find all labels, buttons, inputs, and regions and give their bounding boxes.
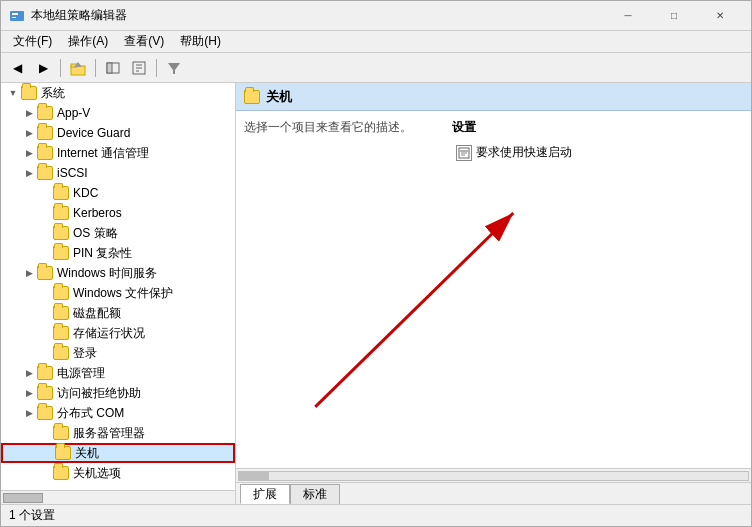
folder-icon-win-protect <box>53 286 69 300</box>
right-h-scrollbar[interactable] <box>236 468 751 482</box>
right-tabs: 扩展 标准 <box>236 482 751 504</box>
tree-label-win-protect: Windows 文件保护 <box>73 285 173 302</box>
tree-item-pin-complex[interactable]: ▶ PIN 复杂性 <box>1 243 235 263</box>
folder-icon-shutdown-opts <box>53 466 69 480</box>
expand-appv[interactable]: ▶ <box>21 105 37 121</box>
properties-button[interactable] <box>127 56 151 80</box>
folder-icon-system <box>21 86 37 100</box>
right-panel-content: 选择一个项目来查看它的描述。 设置 要求使用快速 <box>236 111 751 468</box>
folder-icon-header <box>244 90 260 104</box>
folder-icon-device-guard <box>37 126 53 140</box>
tree-item-kerberos[interactable]: ▶ Kerberos <box>1 203 235 223</box>
folder-icon-shutdown <box>55 446 71 460</box>
menu-view[interactable]: 查看(V) <box>116 31 172 52</box>
up-button[interactable] <box>66 56 90 80</box>
titlebar-buttons: ─ □ ✕ <box>605 1 743 31</box>
tree-item-kdc[interactable]: ▶ KDC <box>1 183 235 203</box>
tab-extended[interactable]: 扩展 <box>240 484 290 504</box>
right-panel-description: 选择一个项目来查看它的描述。 <box>244 119 412 460</box>
forward-button[interactable]: ▶ <box>31 56 55 80</box>
folder-icon-server-mgr <box>53 426 69 440</box>
expand-iscsi[interactable]: ▶ <box>21 165 37 181</box>
expand-win-time[interactable]: ▶ <box>21 265 37 281</box>
minimize-button[interactable]: ─ <box>605 1 651 31</box>
show-hide-button[interactable] <box>101 56 125 80</box>
folder-icon-access-denied <box>37 386 53 400</box>
tree-item-dist-com[interactable]: ▶ 分布式 COM <box>1 403 235 423</box>
folder-icon-dist-com <box>37 406 53 420</box>
right-panel-title: 关机 <box>266 88 292 106</box>
close-button[interactable]: ✕ <box>697 1 743 31</box>
tree-item-win-time[interactable]: ▶ Windows 时间服务 <box>1 263 235 283</box>
tree-item-win-protect[interactable]: ▶ Windows 文件保护 <box>1 283 235 303</box>
right-panel-settings: 设置 要求使用快速启动 <box>452 119 743 460</box>
settings-item-icon-fast-boot <box>456 145 472 161</box>
tree-label-device-guard: Device Guard <box>57 126 130 140</box>
tree-item-appv[interactable]: ▶ App-V <box>1 103 235 123</box>
tree-item-iscsi[interactable]: ▶ iSCSI <box>1 163 235 183</box>
tree-item-shutdown[interactable]: ▶ 关机 <box>1 443 235 463</box>
maximize-button[interactable]: □ <box>651 1 697 31</box>
tree-item-server-mgr[interactable]: ▶ 服务器管理器 <box>1 423 235 443</box>
toolbar-separator-3 <box>156 59 157 77</box>
tree-label-shutdown-opts: 关机选项 <box>73 465 121 482</box>
tree-label-kdc: KDC <box>73 186 98 200</box>
tree-label-pin-complex: PIN 复杂性 <box>73 245 132 262</box>
back-button[interactable]: ◀ <box>5 56 29 80</box>
tree-item-shutdown-opts[interactable]: ▶ 关机选项 <box>1 463 235 483</box>
tree-item-internet-mgmt[interactable]: ▶ Internet 通信管理 <box>1 143 235 163</box>
tree-container[interactable]: ▼ 系统 ▶ App-V ▶ Device Guard <box>1 83 235 490</box>
toolbar: ◀ ▶ <box>1 53 751 83</box>
svg-rect-2 <box>12 17 16 18</box>
folder-icon-login <box>53 346 69 360</box>
tree-item-power-mgmt[interactable]: ▶ 电源管理 <box>1 363 235 383</box>
expand-power-mgmt[interactable]: ▶ <box>21 365 37 381</box>
tree-label-win-time: Windows 时间服务 <box>57 265 157 282</box>
menu-action[interactable]: 操作(A) <box>60 31 116 52</box>
settings-item-label-fast-boot: 要求使用快速启动 <box>476 144 572 161</box>
folder-icon-internet-mgmt <box>37 146 53 160</box>
tree-label-server-mgr: 服务器管理器 <box>73 425 145 442</box>
expand-dist-com[interactable]: ▶ <box>21 405 37 421</box>
toolbar-separator-2 <box>95 59 96 77</box>
menu-file[interactable]: 文件(F) <box>5 31 60 52</box>
left-panel: ▼ 系统 ▶ App-V ▶ Device Guard <box>1 83 236 504</box>
svg-marker-12 <box>168 63 180 74</box>
tree-label-shutdown: 关机 <box>75 445 99 462</box>
right-panel-header: 关机 <box>236 83 751 111</box>
expand-system[interactable]: ▼ <box>5 85 21 101</box>
tree-label-disk-alloc: 磁盘配额 <box>73 305 121 322</box>
menu-help[interactable]: 帮助(H) <box>172 31 229 52</box>
window-icon <box>9 8 25 24</box>
window-title: 本地组策略编辑器 <box>31 7 605 24</box>
tree-item-os-policy[interactable]: ▶ OS 策略 <box>1 223 235 243</box>
filter-button[interactable] <box>162 56 186 80</box>
right-scroll-track[interactable] <box>238 471 749 481</box>
tree-item-login[interactable]: ▶ 登录 <box>1 343 235 363</box>
right-scroll-grip[interactable] <box>239 472 269 480</box>
tree-item-access-denied[interactable]: ▶ 访问被拒绝协助 <box>1 383 235 403</box>
left-scroll-thumb[interactable] <box>3 493 43 503</box>
tree-item-device-guard[interactable]: ▶ Device Guard <box>1 123 235 143</box>
folder-icon-disk-alloc <box>53 306 69 320</box>
expand-internet-mgmt[interactable]: ▶ <box>21 145 37 161</box>
main-area: ▼ 系统 ▶ App-V ▶ Device Guard <box>1 83 751 504</box>
settings-item-fast-boot[interactable]: 要求使用快速启动 <box>452 142 743 163</box>
tree-item-storage-status[interactable]: ▶ 存储运行状况 <box>1 323 235 343</box>
tree-label-iscsi: iSCSI <box>57 166 88 180</box>
titlebar: 本地组策略编辑器 ─ □ ✕ <box>1 1 751 31</box>
expand-access-denied[interactable]: ▶ <box>21 385 37 401</box>
tab-standard[interactable]: 标准 <box>290 484 340 504</box>
tree-item-system[interactable]: ▼ 系统 <box>1 83 235 103</box>
folder-icon-iscsi <box>37 166 53 180</box>
tree-label-login: 登录 <box>73 345 97 362</box>
expand-device-guard[interactable]: ▶ <box>21 125 37 141</box>
tree-label-access-denied: 访问被拒绝协助 <box>57 385 141 402</box>
tree-label-kerberos: Kerberos <box>73 206 122 220</box>
folder-icon-kdc <box>53 186 69 200</box>
folder-icon-appv <box>37 106 53 120</box>
tree-item-disk-alloc[interactable]: ▶ 磁盘配额 <box>1 303 235 323</box>
left-h-scrollbar[interactable] <box>1 490 235 504</box>
svg-rect-7 <box>107 63 112 73</box>
svg-rect-0 <box>10 11 24 21</box>
